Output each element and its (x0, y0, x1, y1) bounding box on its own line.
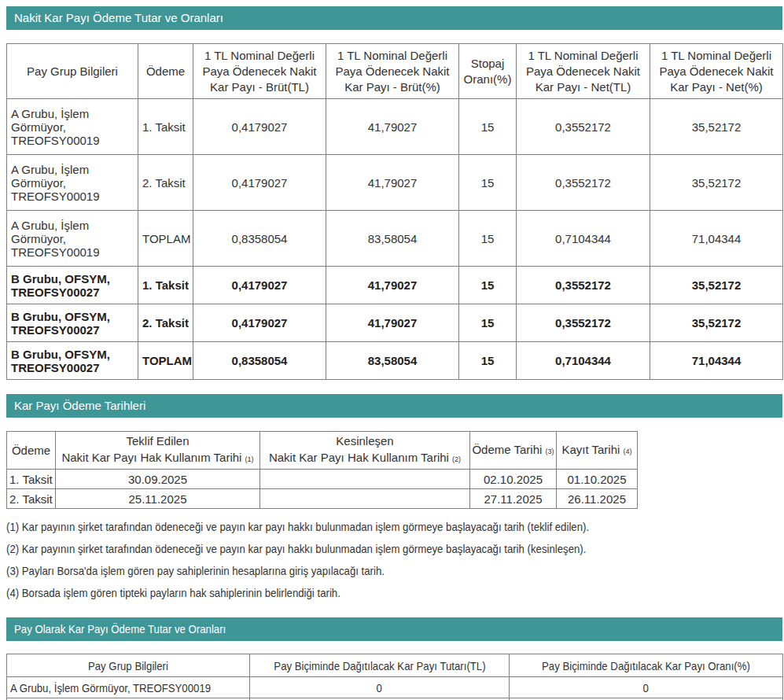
table-row: B Grubu, OFSYM, TREOFSY00027 1. Taksit 0… (7, 267, 783, 304)
cell-brut-pct: 83,58054 (326, 211, 459, 267)
cell-odeme: 1. Taksit (138, 99, 193, 155)
section-title: Nakit Kar Payı Ödeme Tutar ve Oranları (14, 11, 223, 24)
table-row: 1. Taksit 30.09.2025 02.10.2025 01.10.20… (7, 470, 638, 489)
cell-brut-tl: 0,4179027 (193, 99, 326, 155)
cell-tutar: 0 (250, 677, 510, 698)
cell-group: B Grubu, OFSYM, TREOFSY00027 (7, 304, 138, 342)
cell-brut-tl: 0,8358054 (193, 211, 326, 267)
cell-brut-tl: 0,4179027 (193, 267, 326, 304)
cell-stopaj: 15 (459, 211, 517, 267)
cell-odeme: TOPLAM (138, 342, 193, 380)
cell-kesin-tarihi (260, 489, 470, 509)
cell-odeme-tarihi: 02.10.2025 (470, 470, 557, 489)
cell-brut-pct: 41,79027 (326, 99, 459, 155)
cell-brut-tl: 0,4179027 (193, 155, 326, 211)
column-header-net-tl: 1 TL Nominal Değerli Paya Ödenecek Nakit… (517, 44, 650, 99)
table-row: 2. Taksit 25.11.2025 27.11.2025 26.11.20… (7, 489, 638, 509)
column-header-odeme-tarihi: Ödeme Tarihi (3) (470, 432, 557, 470)
header-row: Ödeme Teklif Edilen Nakit Kar Payı Hak K… (7, 432, 638, 470)
cell-brut-tl: 0,4179027 (193, 304, 326, 342)
column-header-brut-tl: 1 TL Nominal Değerli Paya Ödenecek Nakit… (193, 44, 326, 99)
header-line2: Nakit Kar Payı Hak Kullanım Tarihi (269, 451, 449, 464)
column-header-pay-orani: Pay Biçiminde Dağıtılacak Kar Payı Oranı… (510, 654, 783, 677)
footnotes-block: (1) Kar payının şirket tarafından ödenec… (6, 516, 784, 604)
footnote-ref: (1) (245, 455, 254, 463)
payment-dates-table: Ödeme Teklif Edilen Nakit Kar Payı Hak K… (6, 431, 638, 509)
column-header-net-pct: 1 TL Nominal Değerli Paya Ödenecek Nakit… (650, 44, 783, 99)
cell-stopaj: 15 (459, 155, 517, 211)
cell-group: B Grubu, OFSYM, TREOFSY00027 (7, 342, 138, 380)
cell-group: A Grubu, İşlem Görmüyor, TREOFSY00019 (7, 99, 138, 155)
header-row: Pay Grup Bilgileri Ödeme 1 TL Nominal De… (7, 44, 783, 99)
cell-brut-pct: 41,79027 (326, 304, 459, 342)
cell-odeme: 2. Taksit (7, 489, 56, 509)
section-title-bar-cash-dividend: Nakit Kar Payı Ödeme Tutar ve Oranları (6, 6, 782, 30)
table-row: A Grubu, İşlem Görmüyor, TREOFSY00019 0 … (7, 677, 783, 698)
cell-stopaj: 15 (459, 342, 517, 380)
cell-brut-pct: 41,79027 (326, 267, 459, 304)
footnote-1: (1) Kar payının şirket tarafından ödenec… (6, 516, 784, 538)
column-header-teklif-edilen: Teklif Edilen Nakit Kar Payı Hak Kullanı… (56, 432, 260, 470)
cell-net-tl: 0,7104344 (517, 211, 650, 267)
disclosure-page: Nakit Kar Payı Ödeme Tutar ve Oranları P… (0, 0, 784, 700)
section-title: Pay Olarak Kar Payı Ödeme Tutar ve Oranl… (14, 617, 226, 641)
cell-net-pct: 71,04344 (650, 211, 783, 267)
cell-teklif-tarihi: 25.11.2025 (56, 489, 260, 509)
table-row: A Grubu, İşlem Görmüyor, TREOFSY00019 1.… (7, 99, 783, 155)
header-line1: Kesinleşen (336, 434, 393, 448)
cell-group: A Grubu, İşlem Görmüyor, TREOFSY00019 (7, 677, 250, 698)
section-title-bar-stock-dividend: Pay Olarak Kar Payı Ödeme Tutar ve Oranl… (6, 617, 782, 641)
cell-net-pct: 35,52172 (650, 99, 783, 155)
section-title-bar-payment-dates: Kar Payı Ödeme Tarihleri (6, 394, 782, 418)
column-header-pay-grup: Pay Grup Bilgileri (7, 44, 138, 99)
column-header-odeme: Ödeme (138, 44, 193, 99)
header-line1: Teklif Edilen (126, 434, 189, 448)
column-header-kesinlesen: Kesinleşen Nakit Kar Payı Hak Kullanım T… (260, 432, 470, 470)
cell-kayit-tarihi: 26.11.2025 (557, 489, 638, 509)
cell-stopaj: 15 (459, 99, 517, 155)
cell-group: A Grubu, İşlem Görmüyor, TREOFSY00019 (7, 155, 138, 211)
cell-net-tl: 0,3552172 (517, 304, 650, 342)
cell-net-tl: 0,3552172 (517, 155, 650, 211)
cell-brut-tl: 0,8358054 (193, 342, 326, 380)
cell-stopaj: 15 (459, 267, 517, 304)
stock-dividend-table: Pay Grup Bilgileri Pay Biçiminde Dağıtıl… (6, 654, 783, 700)
cell-group: B Grubu, OFSYM, TREOFSY00027 (7, 267, 138, 304)
table-row: B Grubu, OFSYM, TREOFSY00027 2. Taksit 0… (7, 304, 783, 342)
cell-odeme-tarihi: 27.11.2025 (470, 489, 557, 509)
table-row: B Grubu, OFSYM, TREOFSY00027 TOPLAM 0,83… (7, 342, 783, 380)
header-line2: Nakit Kar Payı Hak Kullanım Tarihi (61, 451, 241, 464)
column-header-odeme: Ödeme (7, 432, 56, 470)
cell-odeme: 1. Taksit (138, 267, 193, 304)
cell-net-tl: 0,3552172 (517, 99, 650, 155)
column-header-pay-grup: Pay Grup Bilgileri (7, 654, 250, 677)
column-header-kayit-tarihi: Kayıt Tarihi (4) (557, 432, 638, 470)
cell-teklif-tarihi: 30.09.2025 (56, 470, 260, 489)
footnote-4: (4) Borsada işlem gören tipteki payların… (6, 582, 784, 604)
cell-net-pct: 71,04344 (650, 342, 783, 380)
footnote-2: (2) Kar payının şirket tarafından ödenec… (6, 538, 784, 560)
table-row: A Grubu, İşlem Görmüyor, TREOFSY00019 2.… (7, 155, 783, 211)
column-header-stopaj: Stopaj Oranı(%) (459, 44, 517, 99)
header-row: Pay Grup Bilgileri Pay Biçiminde Dağıtıl… (7, 654, 783, 677)
cell-odeme: TOPLAM (138, 211, 193, 267)
cell-net-pct: 35,52172 (650, 267, 783, 304)
footnote-ref: (3) (546, 448, 554, 455)
cell-net-tl: 0,3552172 (517, 267, 650, 304)
cell-oran: 0 (510, 677, 783, 698)
cell-odeme: 1. Taksit (7, 470, 56, 489)
column-header-pay-tutari: Pay Biçiminde Dağıtılacak Kar Payı Tutar… (250, 654, 510, 677)
cell-kayit-tarihi: 01.10.2025 (557, 470, 638, 489)
cell-net-pct: 35,52172 (650, 155, 783, 211)
footnote-ref: (2) (452, 455, 461, 463)
cell-brut-pct: 41,79027 (326, 155, 459, 211)
cash-dividend-table: Pay Grup Bilgileri Ödeme 1 TL Nominal De… (6, 43, 783, 380)
cell-net-pct: 35,52172 (650, 304, 783, 342)
cell-odeme: 2. Taksit (138, 304, 193, 342)
section-title: Kar Payı Ödeme Tarihleri (14, 399, 145, 412)
cell-stopaj: 15 (459, 304, 517, 342)
cell-brut-pct: 83,58054 (326, 342, 459, 380)
cell-odeme: 2. Taksit (138, 155, 193, 211)
table-row: A Grubu, İşlem Görmüyor, TREOFSY00019 TO… (7, 211, 783, 267)
column-header-brut-pct: 1 TL Nominal Değerli Paya Ödenecek Nakit… (326, 44, 459, 99)
